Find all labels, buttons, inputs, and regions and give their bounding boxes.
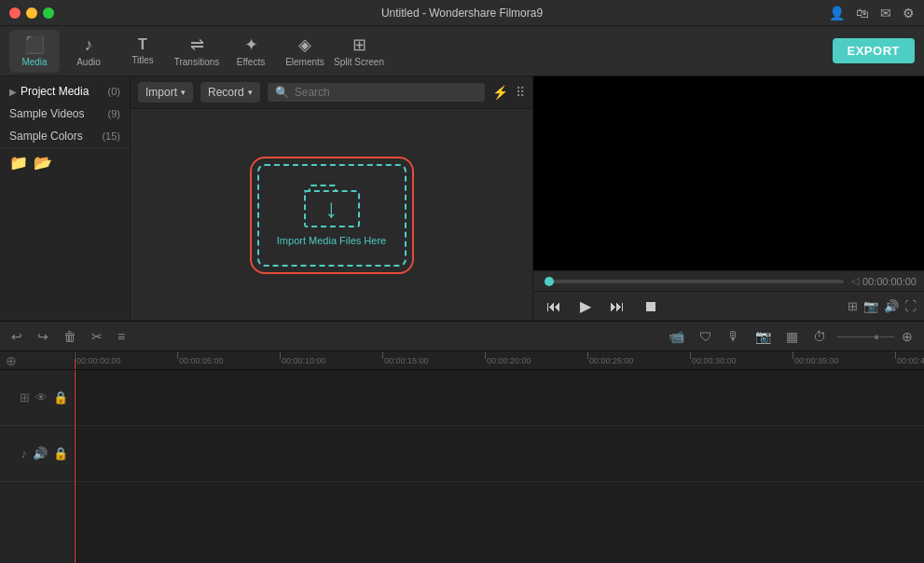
volume-track-icon[interactable]: 🔊 xyxy=(33,446,48,460)
timeline-ruler: 00:00:00:00 00:00:05:00 00:00:10:00 00:0… xyxy=(75,351,924,370)
add-track-icon[interactable]: ⊕ xyxy=(6,353,17,368)
titles-icon: T xyxy=(138,36,147,53)
ruler-mark-0: 00:00:00:00 xyxy=(75,351,121,369)
step-back-button[interactable]: ⏮ xyxy=(541,296,567,317)
titlebar-icons: 👤 🛍 ✉ ⚙ xyxy=(829,6,915,21)
effects-icon: ✦ xyxy=(244,34,258,55)
add-icon[interactable]: 📂 xyxy=(34,154,52,172)
toolbar-titles[interactable]: T Titles xyxy=(117,30,168,73)
toolbar-elements[interactable]: ◈ Elements xyxy=(280,30,330,73)
titlebar-title: Untitled - Wondershare Filmora9 xyxy=(381,7,543,20)
add-folder-icon[interactable]: 📁 xyxy=(9,154,28,172)
toolbar-audio[interactable]: ♪ Audio xyxy=(63,30,114,73)
sidebar-bottom: 📁 📂 xyxy=(0,147,130,177)
elements-icon: ◈ xyxy=(298,34,311,55)
shield-icon[interactable]: 🛡 xyxy=(696,327,716,346)
fullscreen-icon[interactable]: ⛶ xyxy=(904,299,917,313)
toolbar-transitions[interactable]: ⇌ Transitions xyxy=(172,30,222,73)
import-chevron-icon: ▾ xyxy=(181,88,186,97)
maximize-button[interactable] xyxy=(43,7,54,19)
titlebar: Untitled - Wondershare Filmora9 👤 🛍 ✉ ⚙ xyxy=(0,0,924,26)
sidebar-item-project-media[interactable]: ▶ Project Media (0) xyxy=(0,80,130,103)
cut-button[interactable]: ✂ xyxy=(88,327,106,346)
snapshot-icon[interactable]: 📷 xyxy=(863,299,878,313)
search-box: 🔍 xyxy=(268,83,485,102)
stop-button[interactable]: ⏹ xyxy=(638,296,664,317)
media-browser: Import ▾ Record ▾ 🔍 ⚡ ⠿ ↓ xyxy=(131,76,532,321)
video-track-header: ⊞ 👁 🔒 xyxy=(0,370,74,426)
search-icon: 🔍 xyxy=(275,86,289,99)
timeline-playhead xyxy=(75,370,76,563)
ruler-mark-15: 00:00:15:00 xyxy=(382,351,429,369)
ruler-mark-35: 00:00:35:00 xyxy=(793,351,839,369)
preview-progress-bar: ◁ 00:00:00:00 xyxy=(533,270,924,291)
undo-button[interactable]: ↩ xyxy=(7,327,26,346)
toolbar-media[interactable]: ⬛ Media xyxy=(9,30,60,73)
minimize-button[interactable] xyxy=(26,7,37,19)
split-screen-icon: ⊞ xyxy=(352,34,366,55)
grid-view-icon[interactable]: ⠿ xyxy=(516,85,525,100)
timeline-tracks xyxy=(75,370,924,563)
traffic-lights xyxy=(9,7,54,19)
video-track-lane[interactable] xyxy=(75,370,924,426)
toolbar-effects[interactable]: ✦ Effects xyxy=(226,30,276,73)
import-button[interactable]: Import ▾ xyxy=(138,82,193,103)
camera-timeline-icon[interactable]: 📹 xyxy=(665,327,688,346)
toolbar-split-screen[interactable]: ⊞ Split Screen xyxy=(334,30,384,73)
delete-button[interactable]: 🗑 xyxy=(60,327,80,346)
skip-back-icon: ◁ xyxy=(851,275,859,287)
zoom-icon[interactable]: ⊕ xyxy=(898,327,917,346)
filter-icon[interactable]: ⚡ xyxy=(492,85,508,100)
transitions-icon: ⇌ xyxy=(190,34,204,55)
record-button[interactable]: Record ▾ xyxy=(200,82,260,103)
play-button[interactable]: ▶ xyxy=(574,295,597,317)
sidebar-item-sample-colors[interactable]: Sample Colors (15) xyxy=(0,125,130,147)
cart-icon[interactable]: 🛍 xyxy=(856,6,869,21)
play-forward-button[interactable]: ⏭ xyxy=(604,296,630,317)
playhead[interactable] xyxy=(545,277,554,286)
record-chevron-icon: ▾ xyxy=(248,88,253,97)
audio-track-header: ♪ 🔊 🔒 xyxy=(0,426,74,482)
mail-icon[interactable]: ✉ xyxy=(880,6,891,21)
resolution-icon[interactable]: ⊞ xyxy=(848,299,858,313)
ruler-mark-5: 00:00:05:00 xyxy=(177,351,224,369)
preview-panel: ◁ 00:00:00:00 ⏮ ▶ ⏭ ⏹ ⊞ 📷 🔊 ⛶ xyxy=(532,76,924,321)
photo-icon[interactable]: 📷 xyxy=(752,327,775,346)
music-icon[interactable]: ♪ xyxy=(21,446,28,460)
preview-screen xyxy=(533,76,924,270)
lock-icon[interactable]: 🔒 xyxy=(53,391,68,405)
preview-extra-controls: ⊞ 📷 🔊 ⛶ xyxy=(848,299,917,313)
main-area: ▶ Project Media (0) Sample Videos (9) Sa… xyxy=(0,76,924,321)
person-icon[interactable]: 👤 xyxy=(829,6,845,21)
settings-icon[interactable]: ⚙ xyxy=(903,6,915,21)
mic-icon[interactable]: 🎙 xyxy=(724,327,744,346)
import-area[interactable]: ↓ Import Media Files Here xyxy=(257,164,407,267)
ruler-mark-40: 00:00:40:00 xyxy=(895,351,924,369)
clock-icon[interactable]: ⏱ xyxy=(809,327,830,346)
sidebar-item-sample-videos[interactable]: Sample Videos (9) xyxy=(0,103,130,125)
preview-timeline[interactable] xyxy=(545,280,844,283)
audio-icon: ♪ xyxy=(85,35,93,55)
eye-icon[interactable]: 👁 xyxy=(35,391,48,405)
grid-track-icon[interactable]: ⊞ xyxy=(20,391,30,405)
audio-track-lane[interactable] xyxy=(75,426,924,482)
media-browser-toolbar: Import ▾ Record ▾ 🔍 ⚡ ⠿ xyxy=(131,76,532,109)
timeline-body: ⊕ ⊞ 👁 🔒 ♪ 🔊 🔒 00:00:00:00 00:00:05:00 00… xyxy=(0,351,924,563)
export-button[interactable]: EXPORT xyxy=(833,38,915,63)
preview-playback-controls: ⏮ ▶ ⏭ ⏹ ⊞ 📷 🔊 ⛶ xyxy=(533,291,924,321)
audio-lock-icon[interactable]: 🔒 xyxy=(53,446,68,460)
toolbar: ⬛ Media ♪ Audio T Titles ⇌ Transitions ✦… xyxy=(0,26,924,76)
close-button[interactable] xyxy=(9,7,21,19)
redo-button[interactable]: ↪ xyxy=(34,327,52,346)
media-content: ↓ Import Media Files Here xyxy=(131,109,532,321)
timeline-tracks-area: 00:00:00:00 00:00:05:00 00:00:10:00 00:0… xyxy=(75,351,924,563)
timeline-track-headers: ⊕ ⊞ 👁 🔒 ♪ 🔊 🔒 xyxy=(0,351,75,563)
ruler-mark-20: 00:00:20:00 xyxy=(485,351,531,369)
search-input[interactable] xyxy=(295,86,477,99)
timeline: ↩ ↪ 🗑 ✂ ≡ 📹 🛡 🎙 📷 ▦ ⏱ ─────●── ⊕ ⊕ ⊞ 👁 🔒 xyxy=(0,321,924,563)
download-icon: ↓ xyxy=(325,194,338,224)
chevron-icon: ▶ xyxy=(9,87,17,97)
grid-icon[interactable]: ▦ xyxy=(782,327,802,346)
volume-icon[interactable]: 🔊 xyxy=(884,299,899,313)
list-button[interactable]: ≡ xyxy=(114,327,129,346)
